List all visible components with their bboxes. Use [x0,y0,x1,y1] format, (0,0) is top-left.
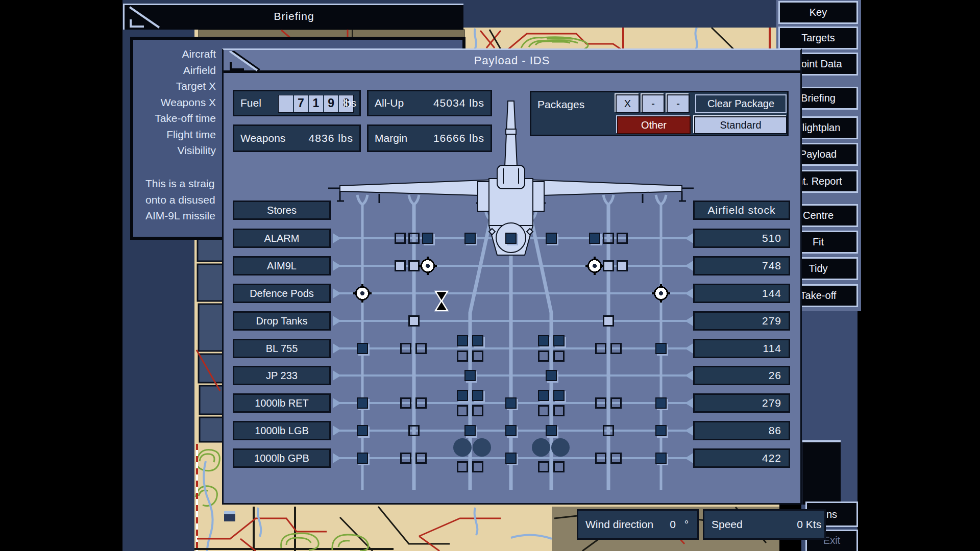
station-marker-loaded[interactable] [464,370,476,381]
station-marker-loaded[interactable] [546,425,557,436]
station-marker-light[interactable] [603,315,614,327]
station-marker-empty[interactable] [400,397,411,409]
station-marker-light[interactable] [395,260,406,271]
store-label-button[interactable]: 1000lb GPB [233,448,331,468]
station-marker-loaded[interactable] [553,335,565,346]
station-marker-loaded[interactable] [505,397,517,409]
station-marker-loaded[interactable] [546,233,557,244]
package-minus2-button[interactable]: - [667,94,690,113]
station-marker-loaded[interactable] [464,233,476,244]
station-marker-light[interactable] [617,260,628,271]
station-marker-light[interactable] [408,315,420,327]
clear-package-button[interactable]: Clear Package [695,94,787,113]
station-marker-empty[interactable] [538,461,549,472]
briefing-window-titlebar[interactable]: Briefing [123,4,463,30]
station-marker-empty[interactable] [395,233,406,244]
wind-speed-unit: Kts [803,518,824,531]
store-label-button[interactable]: JP 233 [233,366,331,385]
store-label-button[interactable]: 1000lb LGB [233,421,331,440]
station-marker-empty[interactable] [415,343,427,354]
station-marker-loaded[interactable] [538,335,549,346]
station-marker-empty[interactable] [538,405,549,416]
store-label-button[interactable]: ALARM [233,229,331,248]
package-x-button[interactable]: X [616,94,640,113]
station-marker-loaded[interactable] [655,453,667,464]
station-marker-loaded[interactable] [589,233,600,244]
station-marker-empty[interactable] [595,453,606,464]
margin-panel: Margin 16666 lbs [367,124,492,152]
station-marker-loaded[interactable] [505,233,517,244]
station-marker-loaded[interactable] [472,390,483,401]
standard-package-button[interactable]: Standard [694,116,787,134]
station-marker-empty[interactable] [610,453,622,464]
store-label-button[interactable]: Drop Tanks [233,311,331,331]
station-marker-empty[interactable] [603,425,614,436]
station-marker-empty[interactable] [603,233,614,244]
station-marker-empty[interactable] [553,461,565,472]
station-marker-empty[interactable] [457,405,468,416]
station-marker-bomb[interactable] [453,438,472,457]
station-marker-selected[interactable] [353,284,372,303]
station-marker-loaded[interactable] [546,370,557,381]
station-marker-loaded[interactable] [457,335,468,346]
fuel-digit-cell[interactable]: 1 [309,95,324,112]
store-label-button[interactable]: BL 755 [233,339,331,358]
station-marker-empty[interactable] [538,350,549,362]
station-marker-empty[interactable] [408,233,420,244]
station-marker-loaded[interactable] [655,425,667,436]
station-marker-loaded[interactable] [655,397,667,409]
fuel-digit-cell[interactable] [279,95,294,112]
station-marker-loaded[interactable] [538,390,549,401]
station-marker-loaded[interactable] [357,453,368,464]
fuel-digit-cell[interactable]: 7 [294,95,309,112]
station-marker-bomb[interactable] [551,438,570,457]
station-marker-loaded[interactable] [655,343,667,354]
station-marker-light[interactable] [408,260,420,271]
station-marker-empty[interactable] [457,350,468,362]
station-marker-loaded[interactable] [357,397,368,409]
station-marker-loaded[interactable] [457,390,468,401]
station-marker-loaded[interactable] [357,425,368,436]
station-marker-empty[interactable] [472,461,483,472]
all-up-label: All-Up [375,97,404,109]
station-marker-selected[interactable] [652,284,670,303]
station-marker-empty[interactable] [472,405,483,416]
sidebar-button-key[interactable]: Key [778,1,858,24]
package-minus1-button[interactable]: - [642,94,665,113]
station-marker-loaded[interactable] [472,335,483,346]
store-label-button[interactable]: 1000lb RET [233,393,331,413]
station-marker-empty[interactable] [400,453,411,464]
station-marker-loaded[interactable] [505,425,517,436]
station-marker-empty[interactable] [595,343,606,354]
station-marker-empty[interactable] [553,350,565,362]
station-marker-bomb[interactable] [473,438,491,457]
wind-direction-box: Wind direction 0 ° [577,509,699,540]
map-river [475,29,476,50]
store-label-button[interactable]: AIM9L [233,256,331,276]
station-marker-loaded[interactable] [505,453,517,464]
other-package-button[interactable]: Other [617,116,691,134]
station-marker-empty[interactable] [400,343,411,354]
station-marker-loaded[interactable] [357,343,368,354]
fuel-digits-field[interactable]: 7198 [278,95,354,113]
fuel-digit-cell[interactable]: 9 [324,95,339,112]
station-marker-empty[interactable] [408,425,420,436]
station-marker-empty[interactable] [457,461,468,472]
station-marker-empty[interactable] [617,233,628,244]
station-marker-empty[interactable] [553,405,565,416]
station-marker-loaded[interactable] [464,425,476,436]
station-marker-selected[interactable] [585,257,604,275]
station-marker-loaded[interactable] [553,390,565,401]
sidebar-button-targets[interactable]: Targets [778,27,858,49]
station-marker-empty[interactable] [415,397,427,409]
station-marker-loaded[interactable] [422,233,433,244]
station-marker-empty[interactable] [610,397,622,409]
station-marker-bomb[interactable] [532,438,550,457]
station-marker-selected[interactable] [419,257,437,275]
station-marker-empty[interactable] [595,397,606,409]
station-marker-empty[interactable] [415,453,427,464]
station-marker-empty[interactable] [472,350,483,362]
store-label-button[interactable]: Defence Pods [233,284,331,303]
station-marker-empty[interactable] [610,343,622,354]
station-marker-light[interactable] [603,260,614,271]
